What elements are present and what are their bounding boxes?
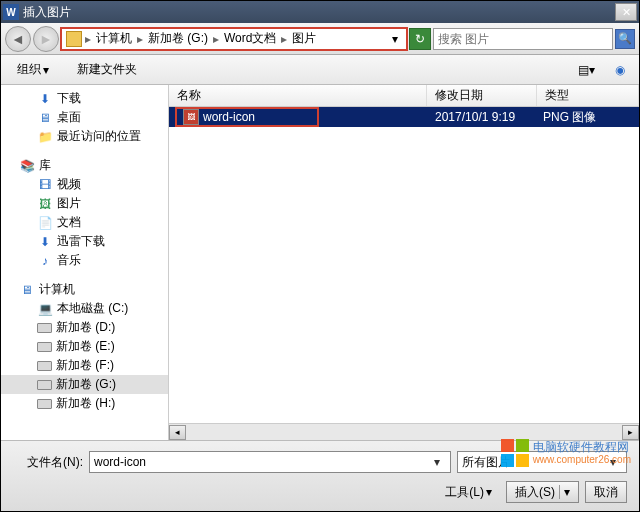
chevron-down-icon: ▾ — [486, 485, 492, 499]
tree-libraries[interactable]: 📚库 — [1, 156, 168, 175]
xunlei-icon: ⬇ — [37, 234, 53, 250]
tree-music[interactable]: ♪音乐 — [1, 251, 168, 270]
tree-documents[interactable]: 📄文档 — [1, 213, 168, 232]
tree-downloads[interactable]: ⬇下载 — [1, 89, 168, 108]
tree-desktop[interactable]: 🖥桌面 — [1, 108, 168, 127]
scroll-left-icon[interactable]: ◂ — [169, 425, 186, 440]
list-rows[interactable]: 🖼word-icon 2017/10/1 9:19 PNG 图像 — [169, 107, 639, 423]
tree-pictures[interactable]: 🖼图片 — [1, 194, 168, 213]
view-button[interactable]: ▤▾ — [575, 59, 597, 81]
tree-drive-f[interactable]: 新加卷 (F:) — [1, 356, 168, 375]
filename-dropdown[interactable]: ▾ — [428, 455, 446, 469]
search-icon[interactable]: 🔍 — [615, 29, 635, 49]
col-name[interactable]: 名称 — [169, 85, 427, 106]
chevron-right-icon[interactable]: ▸ — [212, 32, 220, 46]
tree-drive-g[interactable]: 新加卷 (G:) — [1, 375, 168, 394]
computer-icon: 🖥 — [19, 282, 35, 298]
forward-button[interactable]: ► — [33, 26, 59, 52]
dialog-body: ⬇下载 🖥桌面 📁最近访问的位置 📚库 🎞视频 🖼图片 📄文档 ⬇迅雷下载 ♪音… — [1, 85, 639, 440]
tree-drive-e[interactable]: 新加卷 (E:) — [1, 337, 168, 356]
filename-input[interactable] — [94, 455, 428, 469]
tree-drive-h[interactable]: 新加卷 (H:) — [1, 394, 168, 413]
folder-icon — [66, 31, 82, 47]
col-type[interactable]: 类型 — [537, 85, 639, 106]
library-icon: 📚 — [19, 158, 35, 174]
drive-icon — [37, 361, 52, 371]
download-icon: ⬇ — [37, 91, 53, 107]
chevron-right-icon[interactable]: ▸ — [84, 32, 92, 46]
file-list: 名称 修改日期 类型 🖼word-icon 2017/10/1 9:19 PNG… — [169, 85, 639, 440]
breadcrumb[interactable]: ▸ 计算机 ▸ 新加卷 (G:) ▸ Word文档 ▸ 图片 ▾ — [61, 28, 407, 50]
music-icon: ♪ — [37, 253, 53, 269]
sysdrive-icon: 💻 — [37, 301, 53, 317]
file-name: word-icon — [203, 110, 255, 124]
scroll-track[interactable] — [186, 425, 622, 440]
dialog-footer: 文件名(N): ▾ 所有图片 ▾ 工具(L) ▾ 插入(S)▾ 取消 电脑软硬件… — [1, 440, 639, 511]
title-bar: W 插入图片 ✕ — [1, 1, 639, 23]
chevron-right-icon[interactable]: ▸ — [136, 32, 144, 46]
insert-button[interactable]: 插入(S)▾ — [506, 481, 579, 503]
crumb-drive[interactable]: 新加卷 (G:) — [144, 30, 212, 47]
png-file-icon: 🖼 — [183, 109, 199, 125]
filename-label: 文件名(N): — [13, 454, 83, 471]
close-button[interactable]: ✕ — [615, 3, 637, 21]
nav-tree[interactable]: ⬇下载 🖥桌面 📁最近访问的位置 📚库 🎞视频 🖼图片 📄文档 ⬇迅雷下载 ♪音… — [1, 85, 169, 440]
video-icon: 🎞 — [37, 177, 53, 193]
scroll-right-icon[interactable]: ▸ — [622, 425, 639, 440]
tools-button[interactable]: 工具(L) ▾ — [437, 482, 500, 503]
crumb-computer[interactable]: 计算机 — [92, 30, 136, 47]
list-item[interactable]: 🖼word-icon 2017/10/1 9:19 PNG 图像 — [169, 107, 639, 127]
col-date[interactable]: 修改日期 — [427, 85, 537, 106]
crumb-folder2[interactable]: 图片 — [288, 30, 320, 47]
refresh-button[interactable]: ↻ — [409, 28, 431, 50]
image-icon: 🖼 — [37, 196, 53, 212]
list-header: 名称 修改日期 类型 — [169, 85, 639, 107]
nav-bar: ◄ ► ▸ 计算机 ▸ 新加卷 (G:) ▸ Word文档 ▸ 图片 ▾ ↻ 🔍 — [1, 23, 639, 55]
help-icon[interactable]: ◉ — [609, 59, 631, 81]
recent-icon: 📁 — [37, 129, 53, 145]
desktop-icon: 🖥 — [37, 110, 53, 126]
windows-logo-icon — [501, 439, 529, 467]
filename-field[interactable]: ▾ — [89, 451, 451, 473]
organize-button[interactable]: 组织 ▾ — [9, 59, 57, 80]
tree-recent[interactable]: 📁最近访问的位置 — [1, 127, 168, 146]
drive-icon — [37, 399, 52, 409]
chevron-down-icon: ▾ — [43, 63, 49, 77]
chevron-down-icon[interactable]: ▾ — [559, 485, 570, 499]
new-folder-button[interactable]: 新建文件夹 — [69, 59, 145, 80]
app-icon: W — [3, 4, 19, 20]
file-date: 2017/10/1 9:19 — [435, 110, 515, 124]
drive-icon — [37, 380, 52, 390]
search-box[interactable] — [433, 28, 613, 50]
back-button[interactable]: ◄ — [5, 26, 31, 52]
tree-computer[interactable]: 🖥计算机 — [1, 280, 168, 299]
crumb-folder1[interactable]: Word文档 — [220, 30, 280, 47]
tree-drive-d[interactable]: 新加卷 (D:) — [1, 318, 168, 337]
watermark: 电脑软硬件教程网www.computer26.com — [501, 439, 631, 467]
chevron-right-icon[interactable]: ▸ — [280, 32, 288, 46]
horizontal-scrollbar[interactable]: ◂ ▸ — [169, 423, 639, 440]
toolbar: 组织 ▾ 新建文件夹 ▤▾ ◉ — [1, 55, 639, 85]
drive-icon — [37, 323, 52, 333]
drive-icon — [37, 342, 52, 352]
file-type: PNG 图像 — [543, 109, 596, 126]
crumb-dropdown[interactable]: ▾ — [386, 32, 404, 46]
doc-icon: 📄 — [37, 215, 53, 231]
cancel-button[interactable]: 取消 — [585, 481, 627, 503]
dialog-window: W 插入图片 ✕ ◄ ► ▸ 计算机 ▸ 新加卷 (G:) ▸ Word文档 ▸… — [0, 0, 640, 512]
search-input[interactable] — [438, 32, 608, 46]
tree-xunlei[interactable]: ⬇迅雷下载 — [1, 232, 168, 251]
tree-videos[interactable]: 🎞视频 — [1, 175, 168, 194]
window-title: 插入图片 — [23, 4, 611, 21]
tree-drive-c[interactable]: 💻本地磁盘 (C:) — [1, 299, 168, 318]
